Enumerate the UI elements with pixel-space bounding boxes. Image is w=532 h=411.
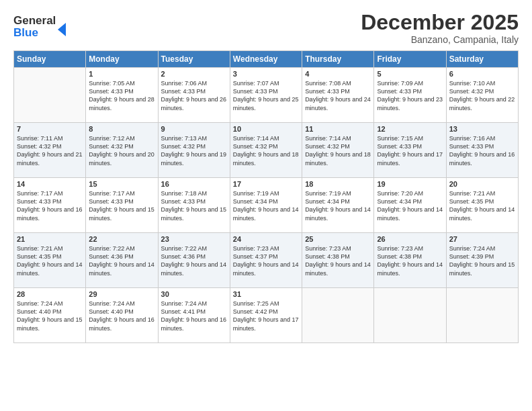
day-number: 31 xyxy=(233,290,299,298)
day-number: 27 xyxy=(449,235,515,243)
header-thursday: Thursday xyxy=(302,51,374,68)
day-number: 2 xyxy=(161,70,227,78)
day-number: 26 xyxy=(377,235,443,243)
day-info: Sunrise: 7:24 AMSunset: 4:40 PMDaylight:… xyxy=(89,300,154,332)
day-cell: 21Sunrise: 7:21 AMSunset: 4:35 PMDayligh… xyxy=(14,233,86,288)
logo: General Blue xyxy=(13,11,74,40)
day-number: 6 xyxy=(449,70,515,78)
day-cell: 10Sunrise: 7:14 AMSunset: 4:32 PMDayligh… xyxy=(230,123,302,178)
day-cell: 4Sunrise: 7:08 AMSunset: 4:33 PMDaylight… xyxy=(302,68,374,123)
day-info: Sunrise: 7:17 AMSunset: 4:33 PMDaylight:… xyxy=(17,189,83,222)
day-info: Sunrise: 7:22 AMSunset: 4:36 PMDaylight:… xyxy=(161,244,227,277)
day-cell: 1Sunrise: 7:05 AMSunset: 4:33 PMDaylight… xyxy=(86,68,158,123)
day-info: Sunrise: 7:07 AMSunset: 4:33 PMDaylight:… xyxy=(233,79,299,112)
day-info: Sunrise: 7:21 AMSunset: 4:35 PMDaylight:… xyxy=(449,189,515,222)
header: General Blue December 2025 Banzano, Camp… xyxy=(13,11,519,45)
day-info: Sunrise: 7:14 AMSunset: 4:32 PMDaylight:… xyxy=(305,134,371,167)
day-number: 12 xyxy=(377,125,443,133)
day-info: Sunrise: 7:19 AMSunset: 4:34 PMDaylight:… xyxy=(305,189,371,222)
day-cell: 19Sunrise: 7:20 AMSunset: 4:34 PMDayligh… xyxy=(374,178,446,233)
day-info: Sunrise: 7:25 AMSunset: 4:42 PMDaylight:… xyxy=(233,300,299,332)
day-number: 21 xyxy=(17,235,83,243)
day-info: Sunrise: 7:08 AMSunset: 4:33 PMDaylight:… xyxy=(305,79,371,112)
day-info: Sunrise: 7:21 AMSunset: 4:35 PMDaylight:… xyxy=(17,244,83,277)
day-cell: 17Sunrise: 7:19 AMSunset: 4:34 PMDayligh… xyxy=(230,178,302,233)
day-number: 10 xyxy=(233,125,299,133)
day-info: Sunrise: 7:24 AMSunset: 4:41 PMDaylight:… xyxy=(161,300,227,332)
week-row-4: 28Sunrise: 7:24 AMSunset: 4:40 PMDayligh… xyxy=(14,288,519,343)
week-row-1: 7Sunrise: 7:11 AMSunset: 4:32 PMDaylight… xyxy=(14,123,519,178)
day-cell: 3Sunrise: 7:07 AMSunset: 4:33 PMDaylight… xyxy=(230,68,302,123)
title-block: December 2025 Banzano, Campania, Italy xyxy=(361,11,519,45)
day-cell: 9Sunrise: 7:13 AMSunset: 4:32 PMDaylight… xyxy=(158,123,230,178)
calendar-table: SundayMondayTuesdayWednesdayThursdayFrid… xyxy=(13,50,519,343)
day-number: 20 xyxy=(449,180,515,188)
day-cell: 5Sunrise: 7:09 AMSunset: 4:33 PMDaylight… xyxy=(374,68,446,123)
day-info: Sunrise: 7:24 AMSunset: 4:39 PMDaylight:… xyxy=(449,244,515,277)
day-cell: 15Sunrise: 7:17 AMSunset: 4:33 PMDayligh… xyxy=(86,178,158,233)
day-cell: 13Sunrise: 7:16 AMSunset: 4:33 PMDayligh… xyxy=(446,123,518,178)
day-cell: 14Sunrise: 7:17 AMSunset: 4:33 PMDayligh… xyxy=(14,178,86,233)
day-cell: 27Sunrise: 7:24 AMSunset: 4:39 PMDayligh… xyxy=(446,233,518,288)
svg-text:General: General xyxy=(13,14,56,27)
day-cell: 22Sunrise: 7:22 AMSunset: 4:36 PMDayligh… xyxy=(86,233,158,288)
header-row: SundayMondayTuesdayWednesdayThursdayFrid… xyxy=(14,51,519,68)
day-number: 29 xyxy=(89,290,154,298)
day-cell: 28Sunrise: 7:24 AMSunset: 4:40 PMDayligh… xyxy=(14,288,86,343)
header-wednesday: Wednesday xyxy=(230,51,302,68)
day-cell: 30Sunrise: 7:24 AMSunset: 4:41 PMDayligh… xyxy=(158,288,230,343)
day-cell: 18Sunrise: 7:19 AMSunset: 4:34 PMDayligh… xyxy=(302,178,374,233)
day-info: Sunrise: 7:20 AMSunset: 4:34 PMDaylight:… xyxy=(377,189,443,222)
day-cell: 23Sunrise: 7:22 AMSunset: 4:36 PMDayligh… xyxy=(158,233,230,288)
day-info: Sunrise: 7:22 AMSunset: 4:36 PMDaylight:… xyxy=(89,244,154,277)
day-info: Sunrise: 7:19 AMSunset: 4:34 PMDaylight:… xyxy=(233,189,299,222)
day-cell: 7Sunrise: 7:11 AMSunset: 4:32 PMDaylight… xyxy=(14,123,86,178)
day-number: 18 xyxy=(305,180,371,188)
day-cell: 24Sunrise: 7:23 AMSunset: 4:37 PMDayligh… xyxy=(230,233,302,288)
day-cell: 26Sunrise: 7:23 AMSunset: 4:38 PMDayligh… xyxy=(374,233,446,288)
day-cell: 25Sunrise: 7:23 AMSunset: 4:38 PMDayligh… xyxy=(302,233,374,288)
day-number: 17 xyxy=(233,180,299,188)
day-number: 30 xyxy=(161,290,227,298)
svg-marker-2 xyxy=(58,23,66,36)
day-number: 3 xyxy=(233,70,299,78)
day-number: 13 xyxy=(449,125,515,133)
day-number: 25 xyxy=(305,235,371,243)
day-number: 8 xyxy=(89,125,154,133)
day-info: Sunrise: 7:14 AMSunset: 4:32 PMDaylight:… xyxy=(233,134,299,167)
day-cell: 6Sunrise: 7:10 AMSunset: 4:32 PMDaylight… xyxy=(446,68,518,123)
day-info: Sunrise: 7:15 AMSunset: 4:33 PMDaylight:… xyxy=(377,134,443,167)
day-number: 14 xyxy=(17,180,83,188)
day-cell: 16Sunrise: 7:18 AMSunset: 4:33 PMDayligh… xyxy=(158,178,230,233)
day-info: Sunrise: 7:23 AMSunset: 4:38 PMDaylight:… xyxy=(377,244,443,277)
day-number: 15 xyxy=(89,180,154,188)
header-monday: Monday xyxy=(86,51,158,68)
day-cell xyxy=(14,68,86,123)
month-title: December 2025 xyxy=(361,11,519,34)
day-cell: 11Sunrise: 7:14 AMSunset: 4:32 PMDayligh… xyxy=(302,123,374,178)
day-cell: 20Sunrise: 7:21 AMSunset: 4:35 PMDayligh… xyxy=(446,178,518,233)
day-info: Sunrise: 7:16 AMSunset: 4:33 PMDaylight:… xyxy=(449,134,515,167)
day-info: Sunrise: 7:24 AMSunset: 4:40 PMDaylight:… xyxy=(17,300,83,332)
day-info: Sunrise: 7:23 AMSunset: 4:38 PMDaylight:… xyxy=(305,244,371,277)
day-number: 4 xyxy=(305,70,371,78)
day-info: Sunrise: 7:13 AMSunset: 4:32 PMDaylight:… xyxy=(161,134,227,167)
day-number: 16 xyxy=(161,180,227,188)
day-cell xyxy=(446,288,518,343)
week-row-0: 1Sunrise: 7:05 AMSunset: 4:33 PMDaylight… xyxy=(14,68,519,123)
header-saturday: Saturday xyxy=(446,51,518,68)
day-number: 22 xyxy=(89,235,154,243)
day-cell: 29Sunrise: 7:24 AMSunset: 4:40 PMDayligh… xyxy=(86,288,158,343)
location: Banzano, Campania, Italy xyxy=(361,34,519,45)
day-number: 5 xyxy=(377,70,443,78)
day-number: 1 xyxy=(89,70,154,78)
day-number: 28 xyxy=(17,290,83,298)
day-cell: 12Sunrise: 7:15 AMSunset: 4:33 PMDayligh… xyxy=(374,123,446,178)
day-number: 24 xyxy=(233,235,299,243)
week-row-2: 14Sunrise: 7:17 AMSunset: 4:33 PMDayligh… xyxy=(14,178,519,233)
day-cell xyxy=(302,288,374,343)
day-cell: 31Sunrise: 7:25 AMSunset: 4:42 PMDayligh… xyxy=(230,288,302,343)
day-number: 23 xyxy=(161,235,227,243)
day-info: Sunrise: 7:18 AMSunset: 4:33 PMDaylight:… xyxy=(161,189,227,222)
day-cell xyxy=(374,288,446,343)
